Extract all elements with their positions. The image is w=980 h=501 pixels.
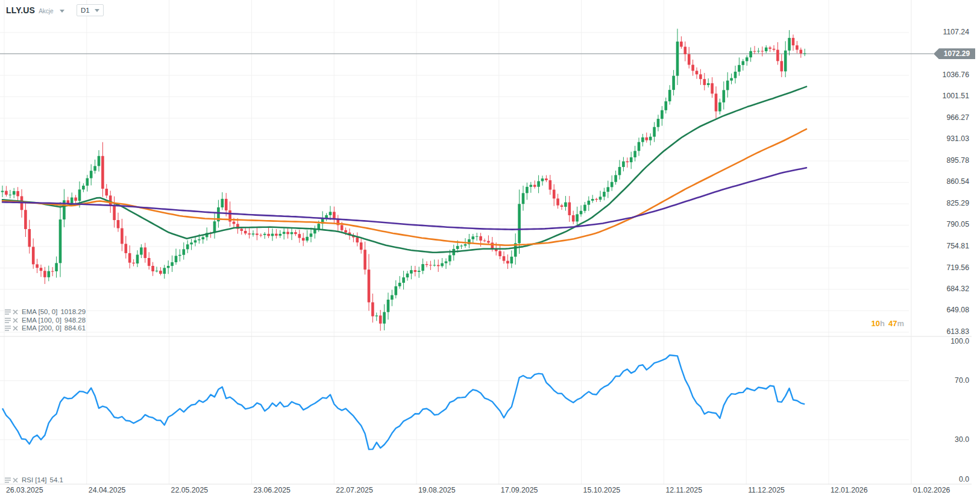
indicator-value: 1018.29 bbox=[60, 308, 86, 315]
indicator-settings-icon[interactable] bbox=[5, 325, 11, 331]
rsi-axis-label: 30.0 bbox=[911, 435, 969, 444]
price-axis-label: 966.27 bbox=[911, 113, 969, 122]
countdown-hours: 10 bbox=[872, 319, 880, 328]
date-axis-label: 26.03.2025 bbox=[6, 486, 43, 494]
date-axis-label: 22.05.2025 bbox=[171, 486, 209, 494]
rsi-axis-label: 70.0 bbox=[911, 376, 969, 385]
indicator-label: EMA [100, 0] bbox=[22, 317, 61, 324]
indicator-value: 54.1 bbox=[50, 476, 63, 484]
date-axis-label: 01.02.2026 bbox=[913, 486, 950, 494]
close-icon[interactable] bbox=[13, 477, 18, 483]
date-axis-label: 17.09.2025 bbox=[501, 486, 538, 494]
price-axis-label: 754.81 bbox=[911, 242, 969, 250]
indicator-settings-icon[interactable] bbox=[5, 317, 11, 323]
date-axis-label: 22.07.2025 bbox=[336, 486, 373, 494]
symbol-selector[interactable]: LLY.US Akcje bbox=[6, 5, 64, 15]
price-axis-label: 1036.76 bbox=[911, 71, 969, 79]
indicator-settings-icon[interactable] bbox=[5, 309, 11, 315]
price-axis-label: 719.56 bbox=[911, 263, 969, 272]
indicator-value: 884.61 bbox=[64, 324, 86, 332]
countdown-minutes-unit: m bbox=[897, 319, 904, 328]
date-axis-label: 11.12.2025 bbox=[748, 486, 785, 494]
close-icon[interactable] bbox=[13, 309, 18, 315]
instrument-type-label: Akcje bbox=[39, 8, 53, 14]
current-price-tag: 1072.29 bbox=[934, 48, 975, 59]
price-axis-label: 825.29 bbox=[911, 199, 969, 207]
countdown-hours-unit: h bbox=[880, 319, 885, 328]
indicator-label: RSI [14] bbox=[22, 476, 47, 484]
ema-200-legend: EMA [200, 0] 884.61 bbox=[5, 324, 86, 332]
date-axis-label: 24.04.2025 bbox=[89, 486, 126, 494]
close-icon[interactable] bbox=[13, 318, 18, 323]
price-axis-label: 649.08 bbox=[911, 306, 969, 314]
timeframe-select[interactable]: D1 bbox=[77, 4, 104, 16]
close-icon[interactable] bbox=[13, 326, 18, 331]
price-axis-label: 931.03 bbox=[911, 134, 969, 143]
indicator-label: EMA [200, 0] bbox=[22, 324, 61, 332]
indicator-value: 948.28 bbox=[64, 317, 86, 324]
date-axis-label: 23.06.2025 bbox=[253, 486, 291, 494]
indicator-settings-icon[interactable] bbox=[5, 477, 11, 483]
chevron-down-icon bbox=[60, 10, 64, 13]
price-axis-label: 684.32 bbox=[911, 285, 969, 293]
date-axis-label: 15.10.2025 bbox=[583, 486, 621, 494]
price-axis-label: 613.83 bbox=[911, 327, 969, 336]
candle-countdown-timer: 10h47m bbox=[832, 319, 904, 328]
date-axis-label: 19.08.2025 bbox=[418, 486, 456, 494]
price-axis-label: 860.54 bbox=[911, 177, 969, 186]
countdown-minutes: 47 bbox=[888, 319, 897, 328]
chart-window: LLY.US Akcje D1 EMA [50, 0] 1018.29 EMA … bbox=[0, 0, 980, 501]
date-axis-label: 12.01.2026 bbox=[831, 486, 868, 494]
price-axis-label: 790.05 bbox=[911, 220, 969, 228]
rsi-axis-label: 0.0 bbox=[911, 475, 969, 484]
date-axis-label: 12.11.2025 bbox=[665, 486, 702, 494]
symbol-name: LLY.US bbox=[6, 5, 35, 15]
ema-50-legend: EMA [50, 0] 1018.29 bbox=[5, 307, 86, 316]
indicator-label: EMA [50, 0] bbox=[22, 308, 57, 315]
ema-100-legend: EMA [100, 0] 948.28 bbox=[5, 316, 86, 324]
price-axis-label: 895.78 bbox=[911, 156, 969, 165]
rsi-legend: RSI [14] 54.1 bbox=[5, 476, 63, 484]
timeframe-value: D1 bbox=[81, 7, 90, 14]
chevron-down-icon bbox=[95, 9, 99, 12]
price-axis-label: 1001.51 bbox=[911, 92, 969, 100]
rsi-axis-label: 100.0 bbox=[911, 337, 969, 345]
chart-canvas[interactable] bbox=[0, 0, 980, 501]
price-axis-label: 1107.24 bbox=[911, 28, 969, 36]
